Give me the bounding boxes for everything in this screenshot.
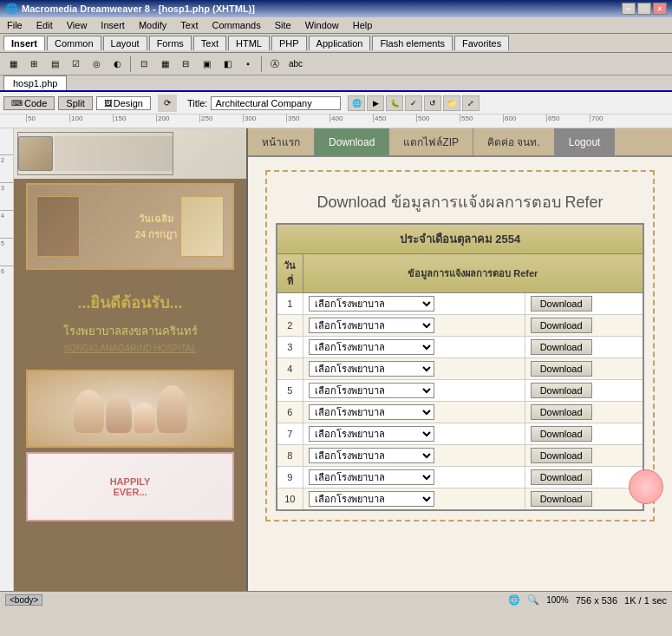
tab-favorites[interactable]: Favorites [454,36,509,50]
hospital-select[interactable]: เลือกโรงพยาบาล [309,383,434,398]
toolbar-icon-8[interactable]: ▦ [155,56,174,73]
table-row: 7 เลือกโรงพยาบาล Download [277,423,643,445]
table-row: 10 เลือกโรงพยาบาล Download [277,488,643,511]
hospital-select[interactable]: เลือกโรงพยาบาล [309,469,434,485]
toolbar-icon-9[interactable]: ⊟ [176,56,195,73]
split-button[interactable]: Split [58,96,92,110]
tab-common[interactable]: Common [47,36,101,50]
row-download-cell: Download [525,380,643,402]
preview-icon[interactable]: ▶ [367,95,384,111]
ruler-mark: 500 [416,115,460,122]
hospital-select[interactable]: เลือกโรงพยาบาล [309,361,434,377]
tab-html[interactable]: HTML [228,36,270,50]
tab-application[interactable]: Application [309,36,371,50]
row-download-cell: Download [525,488,643,511]
toolbar-icon-4[interactable]: ☑ [66,56,85,73]
toolbar-icon-2[interactable]: ⊞ [24,56,43,73]
hospital-eng-link[interactable]: SONGKLANAGARIND HOSPITAL [23,344,238,353]
toolbar-icon-12[interactable]: ▪ [238,56,258,73]
row-number: 10 [277,488,303,511]
tab-php[interactable]: PHP [271,36,307,50]
close-button[interactable]: × [653,3,667,15]
download-button[interactable]: Download [531,469,592,485]
table-row: 4 เลือกโรงพยาบาล Download [277,358,643,380]
row-download-cell: Download [525,423,643,445]
content-area: 2 3 4 5 6 วันเฉลิม 24 กรกฎา ...ยินดีต้อน… [0,128,672,591]
hospital-select[interactable]: เลือกโรงพยาบาล [309,448,434,463]
menu-window[interactable]: Window [302,19,343,31]
toolbar-icon-5[interactable]: ◎ [87,56,106,73]
hospital-select[interactable]: เลือกโรงพยาบาล [309,339,434,355]
maximize-button[interactable]: □ [637,3,651,15]
menu-insert[interactable]: Insert [97,19,128,31]
nav-zip[interactable]: แตกไฟล์ZIP [389,128,473,155]
row-select-cell: เลือกโรงพยาบาล [303,445,525,467]
royal-portrait [36,196,80,257]
code-button[interactable]: ⌨ Code [3,96,55,110]
download-button[interactable]: Download [531,426,592,442]
hospital-select[interactable]: เลือกโรงพยาบาล [309,318,434,333]
nav-logout[interactable]: Logout [555,128,616,155]
tab-forms[interactable]: Forms [149,36,192,50]
menu-site[interactable]: Site [271,19,295,31]
title-input[interactable] [211,96,341,110]
tab-flash[interactable]: Flash elements [372,36,453,50]
row-number: 8 [277,445,303,467]
nav-home[interactable]: หน้าแรก [248,128,315,155]
col-date-header: วันที่ [277,254,303,293]
menu-edit[interactable]: Edit [33,19,56,31]
download-button[interactable]: Download [531,404,592,420]
status-bar: <body> 🌐 🔍 100% 756 x 536 1K / 1 sec [0,591,672,608]
toolbar-icon-1[interactable]: ▦ [3,56,23,73]
zoom-icon: 🔍 [527,594,539,606]
row-select-cell: เลือกโรงพยาบาล [303,337,525,358]
download-button[interactable]: Download [531,383,592,398]
menu-commands[interactable]: Commands [208,19,264,31]
minimize-button[interactable]: − [622,3,636,15]
tab-insert[interactable]: Insert [3,36,45,50]
toolbar-icon-7[interactable]: ⊡ [134,56,153,73]
row-number: 6 [277,402,303,423]
download-button[interactable]: Download [531,296,592,311]
page-content: Download ข้อมูลการแจ้งผลการตอบ Refer ประ… [248,157,672,591]
hospital-select[interactable]: เลือกโรงพยาบาล [309,296,434,311]
row-number: 3 [277,337,303,358]
menu-modify[interactable]: Modify [135,19,170,31]
menu-text[interactable]: Text [177,19,201,31]
nav-fee[interactable]: คิดค่อ จนท. [473,128,555,155]
tab-layout[interactable]: Layout [103,36,147,50]
menu-file[interactable]: File [3,19,26,31]
toolbar-icon-6[interactable]: ◐ [108,56,127,73]
download-button[interactable]: Download [531,339,592,355]
browse-icon[interactable]: 🌐 [348,95,365,111]
table-row: 6 เลือกโรงพยาบาล Download [277,402,643,423]
refresh-icon2[interactable]: ↺ [424,95,441,111]
hospital-select[interactable]: เลือกโรงพยาบาล [309,491,434,507]
menu-help[interactable]: Help [349,19,376,31]
doc-tab-hosp1[interactable]: hosp1.php [3,75,67,90]
download-button[interactable]: Download [531,318,592,333]
expand-icon[interactable]: ⤢ [462,95,480,111]
menu-view[interactable]: View [63,19,91,31]
tab-text[interactable]: Text [193,36,226,50]
validate-icon[interactable]: ✓ [405,95,422,111]
row-select-cell: เลือกโรงพยาบาล [303,315,525,337]
toolbar-icon-10[interactable]: ▣ [197,56,216,73]
debug-icon[interactable]: 🐛 [386,95,403,111]
filemanage-icon[interactable]: 📁 [443,95,460,111]
window-title-bar: 🌐 Macromedia Dreamweaver 8 - [hosp1.php … [0,0,672,17]
nav-download[interactable]: Download [315,128,389,155]
toolbar-icon-13[interactable]: Ⓐ [265,56,284,73]
hospital-select[interactable]: เลือกโรงพยาบาล [309,404,434,420]
design-button[interactable]: 🖼 Design [96,96,151,110]
toolbar-icon-14[interactable]: abc [286,56,305,73]
refresh-icon[interactable]: ⟳ [158,95,177,112]
download-button[interactable]: Download [531,448,592,463]
toolbar-icon-11[interactable]: ◧ [218,56,237,73]
toolbar-icon-3[interactable]: ▤ [45,56,64,73]
table-row: 1 เลือกโรงพยาบาล Download [277,293,643,315]
hospital-select[interactable]: เลือกโรงพยาบาล [309,426,434,442]
download-button[interactable]: Download [531,361,592,377]
row-select-cell: เลือกโรงพยาบาล [303,402,525,423]
download-button[interactable]: Download [531,491,592,507]
